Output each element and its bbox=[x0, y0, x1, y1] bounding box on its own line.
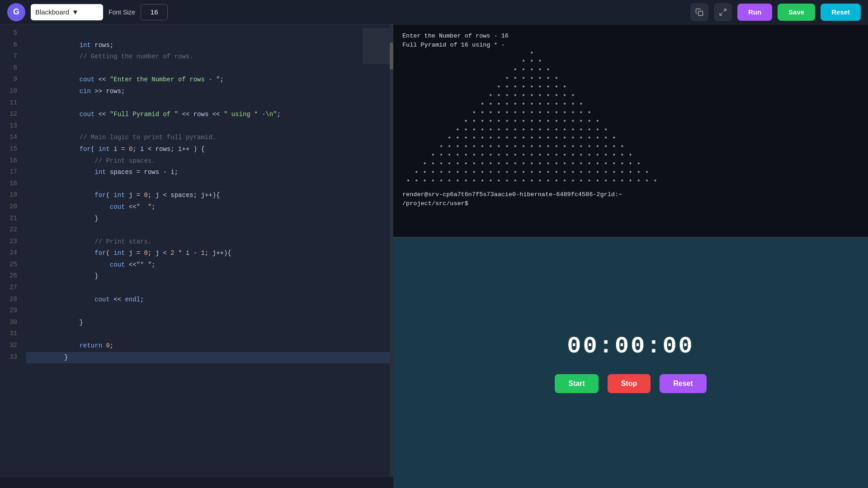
font-size-input[interactable] bbox=[141, 4, 168, 20]
pyramid-line: * * * * * bbox=[402, 67, 859, 75]
svg-rect-0 bbox=[698, 11, 703, 15]
code-line: cout << "Full Pyramid of " << rows << " … bbox=[26, 98, 393, 109]
code-line: // Print stars. bbox=[26, 225, 393, 236]
pyramid-line: * * * * * * * * * * * * * * * * * bbox=[402, 118, 859, 127]
code-area[interactable]: 5 6 7 8 9 10 11 12 13 14 15 16 17 18 19 … bbox=[0, 24, 393, 488]
pyramid-line: * * * * * * * * * * * * * * * * * * * * … bbox=[402, 169, 859, 178]
terminal-prompt: render@srv-cp6a7t6n7f5s73aacie0-hibernat… bbox=[402, 190, 859, 209]
fullscreen-icon bbox=[719, 8, 727, 16]
timer-start-button[interactable]: Start bbox=[555, 374, 598, 393]
timer-controls: Start Stop Reset bbox=[555, 374, 707, 393]
code-line: cout << "Enter the Number of rows - "; bbox=[26, 63, 393, 75]
code-editor: 5 6 7 8 9 10 11 12 13 14 15 16 17 18 19 … bbox=[0, 24, 393, 488]
pyramid-output: * * * * * * * * * * * * * * * * * * * * … bbox=[402, 50, 859, 187]
pyramid-line: * * * bbox=[402, 58, 859, 67]
pyramid-line: * * * * * * * * * * * * * * * * * * * * … bbox=[402, 152, 859, 161]
timer-reset-button[interactable]: Reset bbox=[660, 374, 707, 393]
pyramid-line: * * * * * * * * * * * * * * * * * * * * … bbox=[402, 178, 859, 187]
pyramid-line: * * * * * * * * * * * * * * * * * * * * … bbox=[402, 161, 859, 169]
copy-icon-button[interactable] bbox=[690, 3, 708, 21]
terminal-output-line2: Full Pyramid of 16 using * - bbox=[402, 41, 859, 50]
timer-display: 00:00:00 bbox=[567, 333, 694, 360]
theme-selector[interactable]: Blackboard ▼ bbox=[31, 4, 103, 20]
code-cursor-line bbox=[26, 352, 393, 364]
line-numbers: 5 6 7 8 9 10 11 12 13 14 15 16 17 18 19 … bbox=[0, 24, 23, 488]
code-minimap bbox=[363, 28, 390, 64]
code-line: // Main logic to print full pyramid. bbox=[26, 121, 393, 132]
code-lines[interactable]: int rows; // Getting the number of rows.… bbox=[23, 24, 393, 488]
timer-panel: 00:00:00 Start Stop Reset bbox=[393, 238, 868, 488]
pyramid-line: * * * * * * * * * bbox=[402, 84, 859, 93]
pyramid-line: * * * * * * * * * * * * * * * * * * * * … bbox=[402, 144, 859, 152]
svg-line-1 bbox=[723, 9, 726, 11]
right-panel: Enter the Number of rows - 16 Full Pyram… bbox=[393, 24, 868, 488]
save-button[interactable]: Save bbox=[778, 4, 815, 21]
pyramid-line: * bbox=[402, 50, 859, 59]
pyramid-line: * * * * * * * * * * * * * bbox=[402, 101, 859, 110]
pyramid-line: * * * * * * * bbox=[402, 75, 859, 84]
grammarly-logo: G bbox=[7, 3, 25, 21]
run-button[interactable]: Run bbox=[737, 4, 772, 21]
font-size-label: Font Size bbox=[108, 9, 135, 16]
editor-scrollbar[interactable] bbox=[390, 24, 393, 488]
copy-icon bbox=[695, 8, 703, 16]
editor-bottom-bar bbox=[0, 476, 393, 488]
timer-stop-button[interactable]: Stop bbox=[608, 374, 651, 393]
pyramid-line: * * * * * * * * * * * * * * * * * * * bbox=[402, 127, 859, 136]
code-line: return 0; bbox=[26, 328, 393, 340]
editor-scrollbar-thumb[interactable] bbox=[390, 42, 393, 70]
reset-toolbar-button[interactable]: Reset bbox=[821, 4, 861, 21]
code-line: for( int j = 0; j < spaces; j++){ bbox=[26, 178, 393, 190]
code-line: int rows; bbox=[26, 28, 393, 40]
terminal-panel: Enter the Number of rows - 16 Full Pyram… bbox=[393, 24, 868, 237]
code-line: cout << endl; bbox=[26, 282, 393, 294]
pyramid-line: * * * * * * * * * * * bbox=[402, 93, 859, 101]
toolbar: G Blackboard ▼ Font Size Run Save Reset bbox=[0, 0, 868, 24]
theme-value: Blackboard bbox=[35, 8, 69, 16]
fullscreen-icon-button[interactable] bbox=[714, 3, 732, 21]
svg-line-2 bbox=[720, 13, 722, 15]
terminal-output-line1: Enter the Number of rows - 16 bbox=[402, 32, 859, 41]
pyramid-line: * * * * * * * * * * * * * * * * * * * * … bbox=[402, 135, 859, 144]
main-content: 5 6 7 8 9 10 11 12 13 14 15 16 17 18 19 … bbox=[0, 24, 868, 488]
pyramid-line: * * * * * * * * * * * * * * * bbox=[402, 110, 859, 118]
chevron-down-icon: ▼ bbox=[72, 8, 99, 16]
code-line: } bbox=[26, 305, 393, 317]
